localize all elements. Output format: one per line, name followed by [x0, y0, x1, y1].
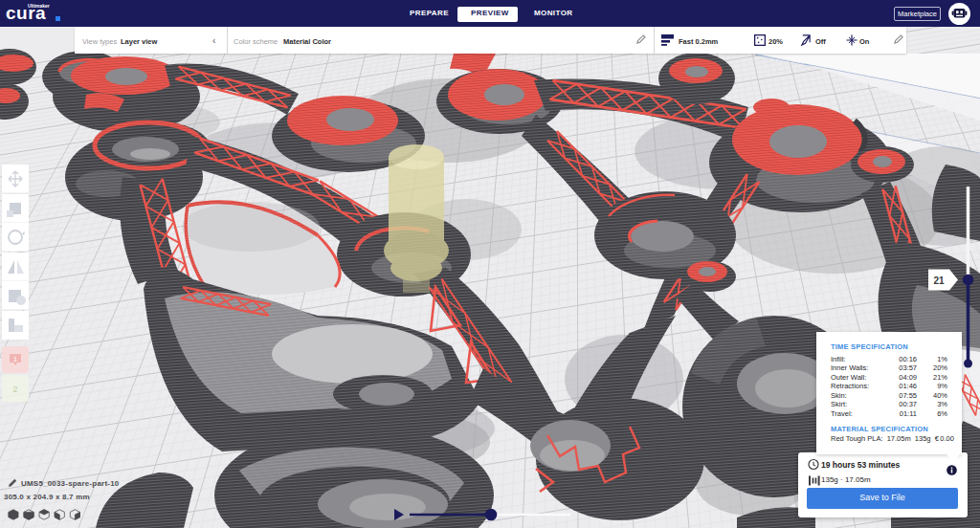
svg-text:21: 21 — [933, 275, 945, 286]
svg-text:2: 2 — [12, 385, 17, 394]
svg-text:1: 1 — [13, 356, 17, 363]
